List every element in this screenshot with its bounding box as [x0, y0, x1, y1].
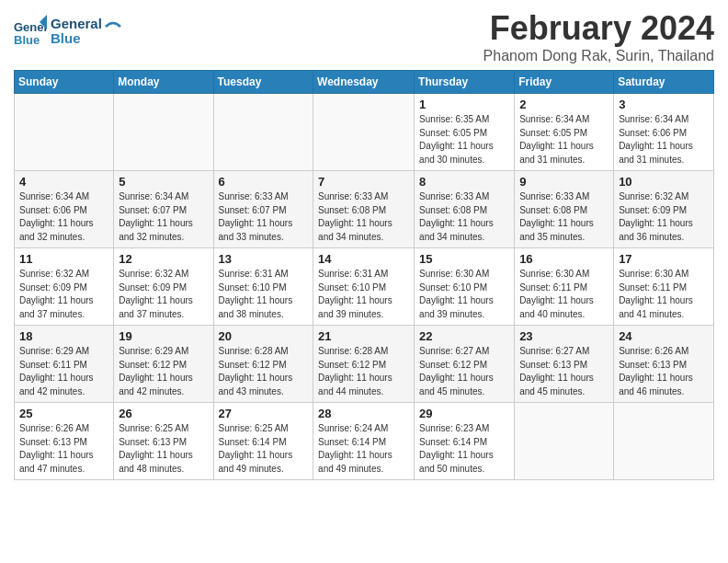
calendar-cell: [515, 403, 614, 480]
day-info: Sunrise: 6:34 AM Sunset: 6:06 PM Dayligh…: [619, 113, 709, 167]
calendar-cell: 26Sunrise: 6:25 AM Sunset: 6:13 PM Dayli…: [114, 403, 213, 480]
day-number: 29: [419, 407, 509, 420]
day-number: 14: [318, 252, 409, 266]
day-number: 27: [219, 407, 309, 420]
day-number: 25: [19, 407, 108, 420]
calendar-cell: 21Sunrise: 6:28 AM Sunset: 6:12 PM Dayli…: [313, 326, 415, 403]
week-row-2: 11Sunrise: 6:32 AM Sunset: 6:09 PM Dayli…: [15, 248, 714, 326]
day-header-monday: Monday: [114, 71, 213, 94]
day-header-tuesday: Tuesday: [213, 71, 313, 94]
calendar-cell: 28Sunrise: 6:24 AM Sunset: 6:14 PM Dayli…: [313, 403, 415, 480]
week-row-4: 25Sunrise: 6:26 AM Sunset: 6:13 PM Dayli…: [15, 403, 714, 480]
day-number: 4: [19, 175, 108, 189]
day-number: 10: [619, 175, 709, 189]
calendar-cell: 1Sunrise: 6:35 AM Sunset: 6:05 PM Daylig…: [415, 94, 515, 171]
day-info: Sunrise: 6:30 AM Sunset: 6:10 PM Dayligh…: [419, 268, 509, 321]
day-info: Sunrise: 6:27 AM Sunset: 6:12 PM Dayligh…: [419, 345, 509, 398]
day-number: 26: [119, 407, 208, 420]
day-number: 24: [619, 329, 709, 343]
day-info: Sunrise: 6:31 AM Sunset: 6:10 PM Dayligh…: [219, 268, 309, 321]
calendar-cell: 5Sunrise: 6:34 AM Sunset: 6:07 PM Daylig…: [114, 171, 213, 248]
calendar-cell: [114, 94, 213, 171]
week-row-0: 1Sunrise: 6:35 AM Sunset: 6:05 PM Daylig…: [15, 94, 714, 171]
day-number: 15: [419, 252, 509, 266]
day-info: Sunrise: 6:34 AM Sunset: 6:05 PM Dayligh…: [519, 113, 609, 167]
day-info: Sunrise: 6:33 AM Sunset: 6:08 PM Dayligh…: [519, 190, 609, 244]
calendar-cell: 2Sunrise: 6:34 AM Sunset: 6:05 PM Daylig…: [515, 94, 614, 171]
calendar-cell: 29Sunrise: 6:23 AM Sunset: 6:14 PM Dayli…: [415, 403, 515, 480]
calendar-cell: 4Sunrise: 6:34 AM Sunset: 6:06 PM Daylig…: [15, 171, 114, 248]
day-number: 16: [519, 252, 609, 266]
day-number: 12: [119, 252, 208, 266]
day-number: 21: [318, 329, 409, 343]
calendar-cell: 13Sunrise: 6:31 AM Sunset: 6:10 PM Dayli…: [213, 248, 313, 326]
day-info: Sunrise: 6:29 AM Sunset: 6:11 PM Dayligh…: [19, 345, 108, 398]
day-number: 28: [318, 407, 409, 420]
calendar-cell: 14Sunrise: 6:31 AM Sunset: 6:10 PM Dayli…: [313, 248, 415, 326]
calendar-cell: [213, 94, 313, 171]
calendar-cell: 27Sunrise: 6:25 AM Sunset: 6:14 PM Dayli…: [213, 403, 313, 480]
day-info: Sunrise: 6:23 AM Sunset: 6:14 PM Dayligh…: [419, 422, 509, 476]
day-header-thursday: Thursday: [415, 71, 515, 94]
calendar-cell: 22Sunrise: 6:27 AM Sunset: 6:12 PM Dayli…: [415, 326, 515, 403]
day-header-saturday: Saturday: [614, 71, 714, 94]
day-info: Sunrise: 6:34 AM Sunset: 6:06 PM Dayligh…: [19, 190, 108, 244]
day-number: 6: [219, 175, 309, 189]
logo-icon: General Blue: [14, 15, 47, 48]
day-number: 2: [519, 98, 609, 111]
day-number: 19: [119, 329, 208, 343]
calendar-cell: [614, 403, 714, 480]
day-number: 23: [519, 329, 609, 343]
day-info: Sunrise: 6:24 AM Sunset: 6:14 PM Dayligh…: [318, 422, 409, 476]
day-number: 11: [19, 252, 108, 266]
day-number: 22: [419, 329, 509, 343]
day-info: Sunrise: 6:30 AM Sunset: 6:11 PM Dayligh…: [519, 268, 609, 321]
day-number: 9: [519, 175, 609, 189]
day-number: 17: [619, 252, 709, 266]
day-header-wednesday: Wednesday: [313, 71, 415, 94]
day-number: 13: [219, 252, 309, 266]
day-info: Sunrise: 6:33 AM Sunset: 6:07 PM Dayligh…: [219, 190, 309, 244]
calendar-cell: 10Sunrise: 6:32 AM Sunset: 6:09 PM Dayli…: [614, 171, 714, 248]
day-info: Sunrise: 6:32 AM Sunset: 6:09 PM Dayligh…: [619, 190, 709, 244]
day-info: Sunrise: 6:32 AM Sunset: 6:09 PM Dayligh…: [119, 268, 208, 321]
calendar-cell: [313, 94, 415, 171]
calendar-cell: 7Sunrise: 6:33 AM Sunset: 6:08 PM Daylig…: [313, 171, 415, 248]
calendar-table: SundayMondayTuesdayWednesdayThursdayFrid…: [14, 70, 714, 480]
day-info: Sunrise: 6:27 AM Sunset: 6:13 PM Dayligh…: [519, 345, 609, 398]
svg-text:Blue: Blue: [14, 33, 40, 47]
calendar-cell: 17Sunrise: 6:30 AM Sunset: 6:11 PM Dayli…: [614, 248, 714, 326]
header: General Blue General Blue February 2024 …: [14, 9, 714, 64]
day-info: Sunrise: 6:34 AM Sunset: 6:07 PM Dayligh…: [119, 190, 208, 244]
day-number: 7: [318, 175, 409, 189]
day-info: Sunrise: 6:33 AM Sunset: 6:08 PM Dayligh…: [419, 190, 509, 244]
calendar-cell: 8Sunrise: 6:33 AM Sunset: 6:08 PM Daylig…: [415, 171, 515, 248]
day-header-sunday: Sunday: [15, 71, 114, 94]
calendar-cell: 23Sunrise: 6:27 AM Sunset: 6:13 PM Dayli…: [515, 326, 614, 403]
day-info: Sunrise: 6:26 AM Sunset: 6:13 PM Dayligh…: [19, 422, 108, 476]
day-info: Sunrise: 6:28 AM Sunset: 6:12 PM Dayligh…: [318, 345, 409, 398]
day-number: 18: [19, 329, 108, 343]
location-title: Phanom Dong Rak, Surin, Thailand: [483, 48, 714, 64]
month-year-title: February 2024: [483, 9, 714, 48]
calendar-cell: 18Sunrise: 6:29 AM Sunset: 6:11 PM Dayli…: [15, 326, 114, 403]
day-info: Sunrise: 6:33 AM Sunset: 6:08 PM Dayligh…: [318, 190, 409, 244]
day-number: 8: [419, 175, 509, 189]
day-info: Sunrise: 6:25 AM Sunset: 6:14 PM Dayligh…: [219, 422, 309, 476]
day-info: Sunrise: 6:26 AM Sunset: 6:13 PM Dayligh…: [619, 345, 709, 398]
calendar-cell: 11Sunrise: 6:32 AM Sunset: 6:09 PM Dayli…: [15, 248, 114, 326]
day-number: 5: [119, 175, 208, 189]
week-row-1: 4Sunrise: 6:34 AM Sunset: 6:06 PM Daylig…: [15, 171, 714, 248]
day-info: Sunrise: 6:25 AM Sunset: 6:13 PM Dayligh…: [119, 422, 208, 476]
title-area: February 2024 Phanom Dong Rak, Surin, Th…: [483, 9, 714, 64]
calendar-cell: 19Sunrise: 6:29 AM Sunset: 6:12 PM Dayli…: [114, 326, 213, 403]
calendar-cell: 20Sunrise: 6:28 AM Sunset: 6:12 PM Dayli…: [213, 326, 313, 403]
day-info: Sunrise: 6:30 AM Sunset: 6:11 PM Dayligh…: [619, 268, 709, 321]
logo: General Blue General Blue: [14, 15, 122, 48]
logo-text-general: General: [51, 17, 102, 32]
calendar-cell: 25Sunrise: 6:26 AM Sunset: 6:13 PM Dayli…: [15, 403, 114, 480]
day-number: 20: [219, 329, 309, 343]
day-number: 3: [619, 98, 709, 111]
logo-swoosh: [104, 17, 122, 36]
calendar-cell: 12Sunrise: 6:32 AM Sunset: 6:09 PM Dayli…: [114, 248, 213, 326]
